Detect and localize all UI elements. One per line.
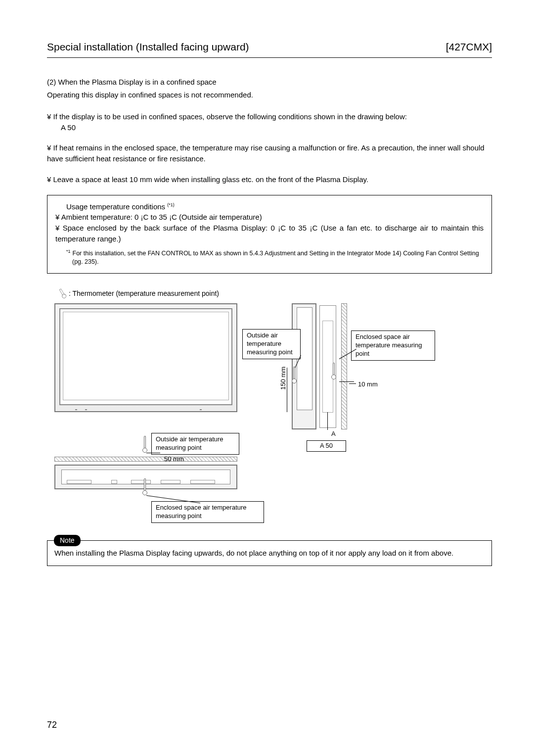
bullet-1: ¥ If the display is to be used in confin…	[47, 111, 492, 133]
dimension-line	[349, 383, 356, 384]
label-outside-side: Outside air temperature measuring point	[242, 329, 301, 359]
bullet-marker: ¥	[47, 175, 53, 184]
page-title: Special installation (Installed facing u…	[47, 40, 249, 54]
thermometer-icon	[331, 363, 336, 379]
label-enclosed-side: Enclosed space air temperature measuring…	[351, 331, 435, 361]
bullet-1-text: If the display is to be used in confined…	[53, 112, 407, 121]
note-body: When installing the Plasma Display facin…	[54, 549, 453, 557]
bullet-1-sub: A 50	[47, 122, 492, 133]
bullet-2-text: If heat remains in the enclosed space, t…	[47, 143, 485, 163]
front-detail	[85, 409, 87, 410]
bullet-2: ¥ If heat remains in the enclosed space,…	[47, 142, 492, 164]
thermometer-icon	[142, 436, 147, 453]
rear-connector	[67, 480, 91, 484]
footnote-mark: *1	[66, 249, 71, 254]
dimension-10mm: 10 mm	[358, 380, 378, 389]
page-header: Special installation (Installed facing u…	[47, 40, 492, 58]
thermometer-icon	[292, 367, 297, 383]
conditions-title: Usage temperature conditions	[66, 202, 165, 211]
section-heading: (2) When the Plasma Display is in a conf…	[47, 77, 492, 88]
model-label: [427CMX]	[446, 40, 492, 54]
bullet-marker: ¥	[55, 224, 63, 232]
legend: : Thermometer (temperature measurement p…	[59, 288, 492, 298]
dimension-50mm: 50 mm	[164, 455, 184, 464]
front-view-screen	[63, 312, 229, 400]
legend-text: : Thermometer (temperature measurement p…	[69, 288, 219, 298]
bullet-3-text: Leave a space at least 10 mm wide when i…	[53, 175, 369, 184]
rear-view-wall	[54, 457, 237, 462]
front-view-outer	[54, 303, 237, 412]
page-number: 72	[47, 718, 57, 731]
leader-line	[339, 381, 354, 382]
note-badge: Note	[54, 535, 81, 546]
rear-connector	[190, 480, 215, 484]
note: Note When installing the Plasma Display …	[47, 540, 492, 566]
rear-connector	[161, 480, 180, 484]
conditions-footnote: *1For this installation, set the FAN CON…	[61, 248, 484, 266]
dimension-line	[146, 453, 160, 453]
bullet-marker: ¥	[47, 143, 53, 152]
front-detail	[200, 409, 202, 410]
dimension-line	[327, 412, 328, 430]
label-a50: A 50	[307, 440, 346, 452]
footnote-text: For this installation, set the FAN CONTR…	[72, 250, 479, 265]
thermometer-icon	[142, 478, 147, 495]
bullet-3: ¥ Leave a space at least 10 mm wide when…	[47, 174, 492, 185]
label-enclosed-bottom: Enclosed space air temperature measuring…	[151, 501, 264, 523]
thermometer-icon	[57, 287, 68, 299]
dimension-line	[287, 368, 287, 412]
label-outside-bottom: Outside air temperature measuring point	[151, 433, 239, 455]
conditions-title-super: (*1)	[167, 202, 175, 207]
bullet-marker: ¥	[55, 213, 61, 221]
conditions-item-1: Ambient temperature: 0 ¡C to 35 ¡C (Outs…	[61, 213, 262, 221]
conditions-item-2: Space enclosed by the back surface of th…	[55, 224, 484, 243]
conditions-box: Usage temperature conditions (*1) ¥ Ambi…	[47, 195, 492, 274]
front-detail	[75, 409, 77, 410]
rear-connector	[111, 480, 117, 484]
rear-connector	[131, 480, 151, 484]
page: Special installation (Installed facing u…	[0, 0, 534, 756]
dimension-a: A	[331, 429, 336, 439]
side-view-wall	[341, 303, 347, 429]
installation-diagram: Outside air temperature measuring point …	[54, 303, 470, 519]
conditions-title-row: Usage temperature conditions (*1)	[55, 201, 484, 212]
section-intro: Operating this display in confined space…	[47, 90, 492, 100]
note-box: When installing the Plasma Display facin…	[47, 540, 492, 566]
bullet-marker: ¥	[47, 112, 53, 121]
